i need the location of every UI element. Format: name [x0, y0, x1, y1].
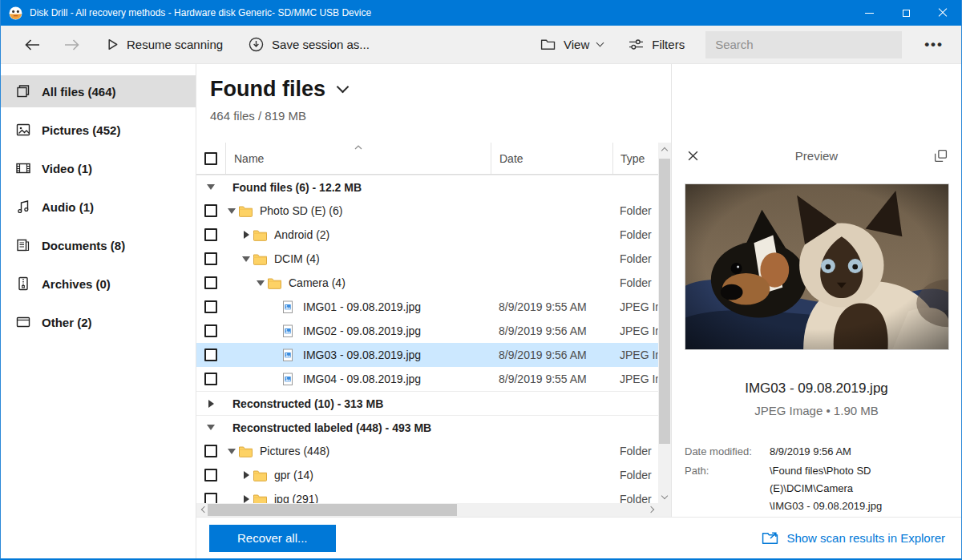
- table-row-pictures[interactable]: Pictures (448)Folder: [196, 439, 658, 463]
- row-checkbox[interactable]: [204, 300, 217, 313]
- more-options-button[interactable]: •••: [920, 37, 948, 53]
- table-row-img01-09-08-2019-jpg[interactable]: IMG01 - 09.08.2019.jpg8/9/2019 9:55 AMJP…: [196, 295, 658, 319]
- table-row-jpg[interactable]: jpg (291)Folder: [196, 487, 658, 503]
- table-row-img04-09-08-2019-jpg[interactable]: IMG04 - 09.08.2019.jpg8/9/2019 9:55 AMJP…: [196, 367, 658, 391]
- forward-button[interactable]: [63, 38, 81, 51]
- main-header: Found files 464 files / 819 MB: [196, 64, 671, 143]
- table-row-reconstructed-313-mb[interactable]: Reconstructed (10) - 313 MB: [196, 391, 658, 415]
- row-checkbox[interactable]: [204, 252, 217, 265]
- row-checkbox[interactable]: [204, 373, 217, 385]
- row-checkbox[interactable]: [204, 445, 217, 457]
- recover-all-button[interactable]: Recover all...: [209, 525, 336, 552]
- table-row-img03-09-08-2019-jpg[interactable]: IMG03 - 09.08.2019.jpg8/9/2019 9:56 AMJP…: [196, 343, 658, 367]
- folder-icon: [253, 252, 269, 266]
- row-name: IMG01 - 09.08.2019.jpg: [303, 300, 491, 313]
- save-session-button[interactable]: Save session as...: [249, 37, 370, 52]
- table-row-img02-09-08-2019-jpg[interactable]: IMG02 - 09.08.2019.jpg8/9/2019 9:56 AMJP…: [196, 319, 658, 343]
- table-row-dcim[interactable]: DCIM (4)Folder: [196, 247, 658, 271]
- row-name: Camera (4): [289, 276, 491, 289]
- collapse-icon[interactable]: [207, 184, 215, 190]
- sidebar-item-all-files[interactable]: All files (464): [1, 75, 196, 107]
- expander-cell[interactable]: [240, 256, 253, 262]
- expand-icon[interactable]: [208, 400, 214, 408]
- forward-arrow-icon: [63, 38, 81, 51]
- column-label-date: Date: [499, 152, 523, 165]
- row-name: Android (2): [274, 228, 491, 241]
- sidebar-item-audio[interactable]: Audio (1): [1, 191, 196, 223]
- sidebar-item-pictures[interactable]: Pictures (452): [1, 114, 196, 146]
- checkbox-cell: [196, 469, 225, 481]
- row-type: JPEG Image: [612, 324, 658, 337]
- meta-value: 8/9/2019 9:56 AM: [770, 443, 851, 461]
- row-type: JPEG Image: [612, 348, 658, 361]
- checkbox-cell: [196, 425, 225, 430]
- open-preview-window-button[interactable]: [932, 148, 948, 164]
- meta-label: Date modified:: [685, 443, 770, 461]
- sidebar-item-other[interactable]: Other (2): [1, 306, 196, 338]
- sort-ascending-icon: [354, 145, 362, 150]
- row-type: Folder: [612, 204, 658, 217]
- sidebar-item-video[interactable]: Video (1): [1, 152, 196, 184]
- filters-label: Filters: [652, 38, 685, 51]
- indent-spacer: [225, 307, 269, 308]
- horizontal-scrollbar[interactable]: [196, 503, 658, 517]
- found-files-dropdown[interactable]: Found files: [210, 77, 671, 102]
- vertical-scrollbar[interactable]: [658, 143, 671, 503]
- expander-cell[interactable]: [240, 231, 253, 239]
- column-label-type: Type: [620, 152, 645, 165]
- show-in-explorer-label: Show scan results in Explorer: [786, 531, 945, 545]
- table-row-android[interactable]: Android (2)Folder: [196, 223, 658, 247]
- sidebar-item-label: Video (1): [42, 162, 92, 175]
- scroll-up-arrow[interactable]: [658, 143, 671, 155]
- row-name: IMG04 - 09.08.2019.jpg: [303, 373, 491, 385]
- scroll-right-arrow[interactable]: [645, 503, 658, 516]
- filters-button[interactable]: Filters: [629, 38, 685, 51]
- collapse-icon[interactable]: [207, 425, 215, 430]
- view-label: View: [564, 38, 589, 51]
- pictures-icon: [15, 122, 31, 138]
- column-label-name: Name: [234, 152, 264, 165]
- table-row-gpr[interactable]: gpr (14)Folder: [196, 463, 658, 487]
- view-dropdown[interactable]: View: [540, 38, 603, 51]
- expander-cell[interactable]: [240, 471, 253, 479]
- vertical-scroll-thumb[interactable]: [659, 159, 670, 444]
- preview-filename: IMG03 - 09.08.2019.jpg: [685, 381, 948, 397]
- preview-header: Preview: [685, 147, 948, 164]
- expander-cell[interactable]: [240, 495, 253, 503]
- expander-cell[interactable]: [225, 208, 238, 214]
- row-checkbox[interactable]: [204, 204, 217, 217]
- row-type: Folder: [612, 276, 658, 289]
- table-row-reconstructed-labeled-493-mb[interactable]: Reconstructed labeled (448) - 493 MB: [196, 415, 658, 439]
- column-header-type[interactable]: Type: [612, 143, 658, 174]
- sidebar-item-documents[interactable]: Documents (8): [1, 229, 196, 261]
- scroll-down-arrow[interactable]: [658, 490, 671, 503]
- expander-cell[interactable]: [225, 449, 238, 454]
- resume-scanning-button[interactable]: Resume scanning: [107, 38, 223, 51]
- row-checkbox[interactable]: [204, 348, 217, 361]
- sidebar-item-archives[interactable]: Archives (0): [1, 268, 196, 300]
- close-preview-button[interactable]: [685, 148, 701, 164]
- column-header-date[interactable]: Date: [491, 143, 612, 174]
- table-row-camera[interactable]: Camera (4)Folder: [196, 271, 658, 295]
- table-header: Name Date Type: [196, 143, 658, 175]
- select-all-checkbox[interactable]: [204, 152, 217, 165]
- row-checkbox[interactable]: [204, 469, 217, 481]
- horizontal-scroll-thumb[interactable]: [208, 504, 457, 516]
- row-checkbox[interactable]: [204, 493, 217, 503]
- expander-cell[interactable]: [254, 280, 267, 286]
- column-header-name[interactable]: Name: [225, 143, 491, 174]
- preview-meta-row: Date modified:8/9/2019 9:56 AM: [685, 443, 948, 461]
- table-row-photo-sd[interactable]: Photo SD (E) (6)Folder: [196, 199, 658, 223]
- maximize-button[interactable]: [887, 0, 924, 26]
- back-button[interactable]: [23, 38, 41, 51]
- table-row-found-files-12-2-mb[interactable]: Found files (6) - 12.2 MB: [196, 175, 658, 199]
- row-checkbox[interactable]: [204, 228, 217, 241]
- close-button[interactable]: [924, 0, 961, 26]
- documents-icon: [15, 237, 31, 253]
- search-input[interactable]: [705, 31, 902, 58]
- view-folder-icon: [540, 38, 556, 51]
- row-checkbox[interactable]: [204, 324, 217, 337]
- minimize-button[interactable]: [851, 0, 887, 26]
- show-in-explorer-link[interactable]: Show scan results in Explorer: [762, 530, 945, 546]
- row-checkbox[interactable]: [204, 276, 217, 289]
